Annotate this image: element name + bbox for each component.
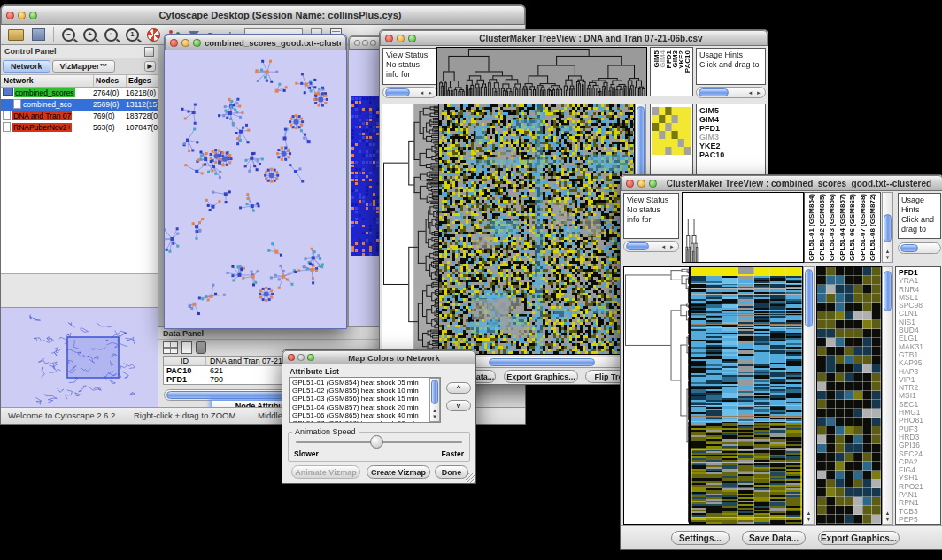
speed-slider-thumb[interactable] [370, 435, 383, 449]
usage-hints-hscrollbar[interactable] [898, 242, 941, 254]
move-up-button[interactable]: ^ [446, 382, 471, 394]
dialog-title: Map Colors to Network [318, 353, 470, 363]
save-data-button[interactable]: Save Data... [742, 531, 806, 545]
minimize-icon[interactable] [297, 354, 305, 361]
minimize-icon[interactable] [397, 35, 405, 42]
zoom-matrix-canvas[interactable] [652, 107, 691, 155]
zoom-out-icon[interactable]: − [62, 28, 75, 42]
row-dendrogram-canvas[interactable] [623, 266, 690, 525]
animation-speed-label: Animation Speed [292, 427, 359, 436]
save-icon[interactable] [32, 28, 45, 41]
zoom-window-icon[interactable] [370, 40, 376, 46]
zoom-window-icon[interactable] [408, 35, 416, 42]
row-dendrogram-canvas[interactable] [382, 104, 440, 355]
settings-button[interactable]: Settings... [671, 531, 730, 545]
heatmap-canvas[interactable] [438, 104, 635, 355]
zoom-fit-icon[interactable]: 1 [126, 28, 139, 42]
attribute-item[interactable]: GPL51-01 (GSM854) heat shock 05 min [292, 379, 438, 387]
gene-label: PFD1 [699, 124, 762, 133]
view-status-text: No status info for [386, 60, 420, 79]
network-view-titlebar[interactable]: combined_scores_good.txt--cluste... [165, 35, 346, 50]
close-icon[interactable] [288, 354, 295, 361]
network-overview-canvas[interactable] [4, 311, 156, 405]
export-graphics-button[interactable]: Export Graphics... [818, 531, 900, 545]
column-label: GPL51-07 (GSM868) [858, 194, 869, 261]
network-row-selected[interactable]: combined_sco 2569(6) 13112(15) [1, 99, 158, 111]
attribute-item[interactable]: GPL51-04 (GSM857) heat shock 20 min [292, 403, 438, 411]
network-graph-canvas[interactable] [165, 51, 344, 327]
zoom-window-icon[interactable] [649, 180, 657, 188]
minimize-icon[interactable] [362, 40, 368, 46]
float-panel-icon[interactable] [144, 47, 154, 57]
usage-hints-hscrollbar[interactable]: ◄ ► [696, 87, 766, 98]
tab-vizmapper[interactable]: VizMapper™ [52, 60, 116, 73]
column-labels-vscrollbar[interactable]: ▲▼ [882, 192, 893, 263]
zoom-in-icon[interactable]: + [83, 28, 97, 42]
faster-label: Faster [441, 449, 464, 458]
column-label: GPL51-06 (GSM865) [847, 194, 858, 261]
open-file-icon[interactable] [8, 29, 24, 41]
usage-hints-text: Click and drag to [699, 60, 760, 69]
export-graphics-button[interactable]: Export Graphics... [504, 370, 578, 383]
attribute-item[interactable]: GPL51-06 (GSM865) heat shock 40 min [292, 411, 438, 419]
zoom-heatmap-vscrollbar[interactable]: ▲▼ [882, 266, 893, 525]
move-down-button[interactable]: v [446, 400, 471, 411]
delete-attribute-trash-icon[interactable] [196, 341, 206, 354]
tab-network[interactable]: Network [3, 60, 50, 73]
network-row[interactable]: combined_scores 2764(0) 16218(0) [1, 88, 158, 99]
heatmap-vscrollbar[interactable]: ▲▼ [803, 266, 815, 525]
heatmap-canvas[interactable] [690, 266, 803, 525]
done-button[interactable]: Done [435, 465, 468, 479]
view-status-panel: View Status No status info for [623, 193, 679, 239]
treeview1-title: ClusterMaker TreeView : DNA and Tran 07-… [420, 34, 762, 43]
main-titlebar[interactable]: Cytoscape Desktop (Session Name: collins… [1, 5, 525, 25]
resize-grip[interactable] [466, 473, 475, 483]
attribute-item[interactable]: GPL51-03 (GSM856) heat shock 15 min [292, 395, 438, 403]
view-status-hscrollbar[interactable]: ◄ ► [382, 87, 437, 98]
column-label: GPL51-03 (GSM856) [827, 194, 838, 261]
treeview1-titlebar[interactable]: ClusterMaker TreeView : DNA and Tran 07-… [380, 30, 768, 46]
zoom-window-icon[interactable] [193, 39, 201, 47]
attribute-list[interactable]: GPL51-01 (GSM854) heat shock 05 minGPL51… [289, 377, 441, 423]
control-panel-title: Control Panel [4, 47, 57, 56]
window-controls[interactable] [6, 12, 37, 19]
gene-label: YKE2 [699, 142, 762, 150]
view-status-hscrollbar[interactable]: ◄ ► [623, 241, 679, 252]
close-icon[interactable] [354, 40, 360, 46]
network-overview-panel[interactable] [1, 307, 158, 408]
treeview2-titlebar[interactable]: ClusterMaker TreeView : combined_scores_… [621, 175, 942, 191]
minimize-icon[interactable] [181, 39, 189, 47]
zoom-heatmap-canvas[interactable] [816, 266, 882, 525]
usage-hints-text: Click and drag to [901, 215, 934, 234]
close-icon[interactable] [385, 35, 393, 42]
col-header-edges[interactable]: Edges [126, 75, 158, 87]
network-row[interactable]: RNAPuberNov2+ 563(0) 107847(0) [1, 122, 158, 134]
close-icon[interactable] [6, 12, 14, 19]
col-header-nodes[interactable]: Nodes [93, 75, 126, 87]
close-icon[interactable] [170, 39, 178, 47]
slower-label: Slower [294, 449, 319, 458]
table-view-icon[interactable] [163, 341, 178, 354]
col-header-network[interactable]: Network [1, 75, 93, 87]
attribute-item[interactable]: GPL51-02 (GSM855) heat shock 10 min [292, 387, 438, 395]
create-vizmap-button[interactable]: Create Vizmap [367, 465, 430, 479]
minimize-icon[interactable] [637, 180, 645, 188]
zoom-window-icon[interactable] [29, 12, 37, 19]
minimize-icon[interactable] [18, 12, 26, 19]
column-dendrogram-canvas[interactable] [436, 47, 647, 96]
dialog-titlebar[interactable]: Map Colors to Network [282, 350, 475, 364]
usage-hints-panel: Usage Hints Click and drag to [696, 48, 766, 85]
zoom-window-icon[interactable] [307, 354, 314, 361]
close-icon[interactable] [626, 180, 634, 188]
tab-overflow-arrow[interactable]: ▶ [144, 61, 156, 72]
column-tree-canvas[interactable] [682, 192, 804, 263]
attribute-list-vscrollbar[interactable]: ▲▼ [429, 378, 440, 422]
network-row[interactable]: DNA and Tran 07 769(0) 183728(0) [1, 111, 158, 122]
data-col-id[interactable]: ID [164, 357, 206, 365]
treeview2-window: ClusterMaker TreeView : combined_scores_… [620, 174, 942, 550]
help-lifesaver-icon[interactable] [147, 28, 160, 42]
new-attribute-icon[interactable] [181, 341, 192, 354]
animate-vizmap-button[interactable]: Animate Vizmap [291, 465, 360, 479]
zoom-selected-icon[interactable]: ▫ [104, 28, 118, 42]
attribute-item[interactable]: GPL51-07 (GSM868) heat shock 60 min [292, 419, 438, 423]
